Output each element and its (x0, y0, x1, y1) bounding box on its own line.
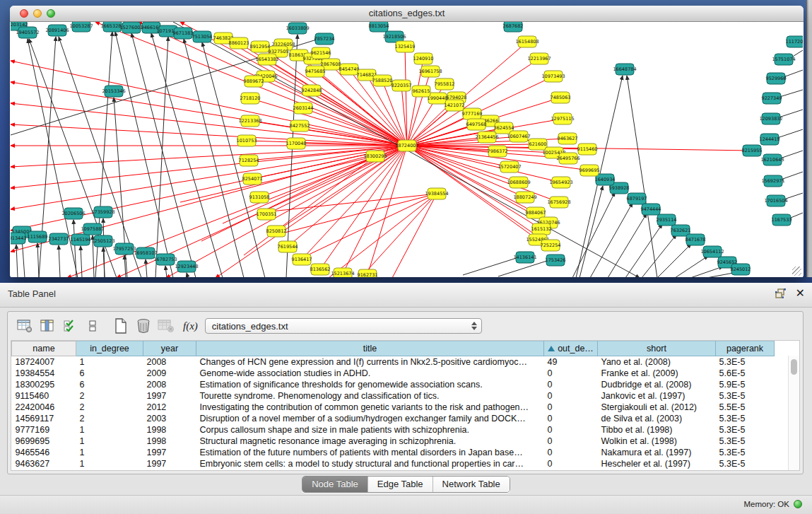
table-cell[interactable]: 1997 (143, 458, 196, 469)
table-cell[interactable]: 18300295 (12, 379, 76, 390)
table-cell[interactable]: 19384554 (12, 368, 76, 379)
function-builder-button[interactable]: f(x) (183, 320, 198, 332)
table-cell[interactable]: 0 (544, 379, 598, 390)
table-cell[interactable]: 1 (76, 436, 143, 447)
graph-edge[interactable] (329, 194, 437, 277)
graph-edge[interactable] (657, 244, 691, 277)
table-row[interactable]: 911546021997Tourette syndrome. Phenomeno… (12, 390, 775, 402)
table-cell[interactable]: 2012 (143, 402, 196, 413)
scrollbar-thumb[interactable] (791, 359, 797, 375)
table-options-button[interactable] (15, 317, 35, 335)
table-row[interactable]: 946554611997Estimation of the future num… (12, 447, 775, 458)
table-cell[interactable]: 0 (544, 413, 598, 424)
table-cell[interactable]: 9115460 (12, 390, 76, 402)
select-columns-button[interactable] (60, 317, 80, 335)
table-cell[interactable]: 49 (544, 356, 598, 368)
table-row[interactable]: 2242004622012Investigating the contribut… (12, 402, 775, 413)
table-cell[interactable]: 2008 (143, 356, 196, 368)
show-column-button[interactable] (37, 317, 57, 335)
table-cell[interactable]: 5.3E-5 (716, 390, 775, 402)
float-panel-icon[interactable] (775, 288, 786, 298)
graph-edge[interactable] (11, 146, 407, 188)
graph-edge[interactable] (11, 82, 407, 146)
graph-edge[interactable] (187, 273, 188, 277)
table-cell[interactable]: Genome-wide association studies in ADHD. (196, 368, 544, 379)
network-canvas[interactable]: 1872400718300295220314219405572208914061… (11, 22, 803, 277)
column-header-out_de[interactable]: out_de… (544, 341, 598, 356)
table-cell[interactable]: 9699695 (12, 436, 76, 447)
graph-edge[interactable] (360, 194, 437, 277)
table-cell[interactable]: 5.3E-5 (716, 436, 775, 447)
table-cell[interactable]: 0 (544, 390, 598, 402)
table-cell[interactable]: 0 (544, 447, 598, 458)
table-cell[interactable]: 2 (76, 413, 143, 424)
table-cell[interactable]: 5.3E-5 (716, 424, 775, 436)
tab-network-table[interactable]: Network Table (433, 477, 510, 492)
graph-edge[interactable] (627, 76, 657, 277)
graph-edge[interactable] (579, 186, 603, 277)
table-row[interactable]: 969969511998Structural magnetic resonanc… (12, 436, 775, 447)
table-cell[interactable]: 5.3E-5 (716, 447, 775, 458)
table-cell[interactable]: Dudbridge et al. (2008) (598, 379, 716, 390)
graph-edge[interactable] (307, 194, 437, 255)
graph-edge[interactable] (590, 203, 632, 277)
graph-edge[interactable] (165, 266, 167, 277)
table-cell[interactable]: Hescheler et al. (1997) (598, 458, 716, 469)
table-cell[interactable]: Estimation of the future numbers of pati… (196, 447, 544, 458)
table-cell[interactable]: Wolkin et al. (1998) (598, 436, 716, 447)
table-cell[interactable]: 5.5E-5 (716, 402, 775, 413)
table-cell[interactable]: 9777169 (12, 424, 76, 436)
table-cell[interactable]: Investigating the contribution of common… (196, 402, 544, 413)
network-view-window[interactable]: citations_edges.txt 18724007183002952203… (10, 6, 804, 277)
table-cell[interactable]: Jankovic et al. (1997) (598, 390, 716, 402)
table-cell[interactable]: 1998 (143, 436, 196, 447)
graph-edge[interactable] (115, 32, 173, 277)
table-cell[interactable]: 5.3E-5 (716, 413, 775, 424)
graph-edge[interactable] (37, 243, 39, 277)
table-cell[interactable]: 6 (76, 368, 143, 379)
table-cell[interactable]: Corpus callosum shape and size in male p… (196, 424, 544, 436)
graph-edge[interactable] (73, 220, 76, 277)
table-panel-titlebar[interactable]: Table Panel ✕ (0, 283, 812, 308)
table-cell[interactable]: 2 (76, 390, 143, 402)
table-cell[interactable]: 1 (76, 424, 143, 436)
table-vertical-scrollbar[interactable] (788, 356, 799, 470)
graph-edge[interactable] (11, 146, 407, 167)
table-cell[interactable]: Structural magnetic resonance image aver… (196, 436, 544, 447)
table-cell[interactable]: 1 (76, 356, 143, 368)
table-cell[interactable]: Embryonic stem cells: a model to study s… (196, 458, 544, 469)
table-cell[interactable]: 14569117 (12, 413, 76, 424)
table-cell[interactable]: de Silva et al. (2003) (598, 413, 716, 424)
table-cell[interactable]: 9465546 (12, 447, 76, 458)
graph-edge[interactable] (59, 245, 60, 277)
table-cell[interactable]: 2 (76, 402, 143, 413)
table-cell[interactable]: Estimation of significance thresholds fo… (196, 379, 544, 390)
graph-edge[interactable] (625, 224, 662, 277)
table-cell[interactable]: 0 (544, 436, 598, 447)
table-row[interactable]: 946362711997Embryonic stem cells: a mode… (12, 458, 775, 469)
graph-edge[interactable] (146, 259, 147, 277)
table-cell[interactable]: 1997 (143, 390, 196, 402)
table-row[interactable]: 1938455462009Genome-wide association stu… (12, 368, 775, 379)
graph-edge[interactable] (166, 146, 407, 277)
table-cell[interactable]: 9463627 (12, 458, 76, 469)
table-row[interactable]: 977716911998Corpus callosum shape and si… (12, 424, 775, 436)
new-table-button[interactable] (111, 317, 131, 335)
graph-edge[interactable] (608, 214, 647, 277)
column-header-pagerank[interactable]: pagerank (716, 341, 775, 356)
table-cell[interactable]: 1997 (143, 447, 196, 458)
column-header-name[interactable]: name (12, 341, 76, 356)
close-panel-icon[interactable]: ✕ (796, 287, 805, 300)
table-cell[interactable]: 5.3E-5 (716, 458, 775, 469)
column-header-short[interactable]: short (598, 341, 716, 356)
table-select-dropdown[interactable]: citations_edges.txt (205, 318, 482, 334)
window-titlebar[interactable]: citations_edges.txt (10, 6, 804, 22)
table-cell[interactable]: Changes of HCN gene expression and I(f) … (196, 356, 544, 368)
table-cell[interactable]: 1998 (143, 424, 196, 436)
graph-edge[interactable] (572, 192, 615, 277)
table-cell[interactable]: 1 (76, 458, 143, 469)
table-cell[interactable]: Franke et al. (2009) (598, 368, 716, 379)
graph-edge[interactable] (675, 256, 708, 277)
tab-edge-table[interactable]: Edge Table (368, 477, 433, 492)
table-cell[interactable]: Yano et al. (2008) (598, 356, 716, 368)
